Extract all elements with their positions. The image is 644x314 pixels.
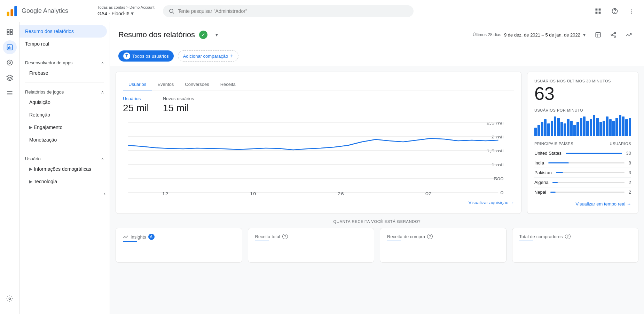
search-input[interactable] xyxy=(178,8,408,14)
date-selector[interactable]: Últimos 28 dias 9 de dez. de 2021 – 5 de… xyxy=(469,30,590,40)
info-icon[interactable]: ? xyxy=(565,234,571,239)
svg-rect-17 xyxy=(10,33,12,35)
tab-usuarios[interactable]: Usuários xyxy=(123,79,152,90)
list-icon xyxy=(6,90,13,97)
nav-settings-btn[interactable] xyxy=(3,292,17,306)
help-icon-btn[interactable] xyxy=(608,4,622,18)
mini-bar-item xyxy=(570,121,573,136)
country-name: Nepal xyxy=(534,190,546,195)
view-realtime-link[interactable]: Visualizar em tempo real → xyxy=(534,201,631,207)
nav-explore-btn[interactable] xyxy=(3,56,17,70)
user-filter-badge[interactable]: T Todos os usuários xyxy=(118,50,174,62)
grid-icon-btn[interactable] xyxy=(591,4,605,18)
sidebar-item-demograficas[interactable]: ▶ Informações demográficas xyxy=(19,163,110,175)
dashboard-grid: Usuários Eventos Conversões Receita Usuá… xyxy=(110,66,644,219)
app-body: Resumo dos relatórios Tempo real Desenvo… xyxy=(0,22,644,314)
mini-bar-item xyxy=(603,121,605,136)
country-row: Nepal 2 xyxy=(534,187,631,197)
help-icon xyxy=(611,8,618,15)
country-row: United States 30 xyxy=(534,148,631,158)
sidebar-item-firebase[interactable]: Firebase xyxy=(19,67,110,79)
section-desenvolvedor[interactable]: Desenvolvedor de apps ∧ xyxy=(19,56,110,67)
sidebar-item-monetizacao[interactable]: Monetização xyxy=(19,134,110,146)
account-name: GA4 - Flood-It! ▾ xyxy=(97,10,155,17)
country-bar-bg xyxy=(556,172,625,173)
sidebar-item-tecnologia[interactable]: ▶ Tecnologia xyxy=(19,175,110,188)
account-breadcrumb: Todas as contas > Demo Account xyxy=(97,5,155,9)
expand-icon-3: ▶ xyxy=(29,179,32,184)
trend-small-icon xyxy=(123,234,128,240)
tab-eventos[interactable]: Eventos xyxy=(152,79,179,90)
country-bar xyxy=(550,192,625,193)
nav-reports-btn[interactable] xyxy=(3,40,17,54)
nav-list-btn[interactable] xyxy=(3,86,17,100)
account-selector[interactable]: Todas as contas > Demo Account GA4 - Flo… xyxy=(95,4,157,18)
country-count: 3 xyxy=(629,170,631,175)
insights-label: Insights xyxy=(131,234,146,240)
chevron-up-icon-3: ∧ xyxy=(101,156,104,161)
svg-point-12 xyxy=(631,10,632,11)
info-icon[interactable]: ? xyxy=(282,234,288,239)
bottom-card-3: Total de compradores ? xyxy=(512,228,639,263)
country-bar-fill xyxy=(548,162,569,163)
sidebar-collapse-btn[interactable]: ‹ xyxy=(19,188,110,199)
bottom-card-underline xyxy=(387,241,401,241)
mini-bar-item xyxy=(534,128,537,136)
realtime-label: USUÁRIOS NOS ÚLTIMOS 30 MINUTOS xyxy=(534,79,631,83)
sidebar-item-engajamento[interactable]: ▶ Engajamento xyxy=(19,121,110,134)
add-comparison-btn[interactable]: Adicionar comparação + xyxy=(178,50,239,62)
svg-rect-16 xyxy=(7,33,9,35)
mini-bar-item xyxy=(547,123,550,136)
svg-text:0: 0 xyxy=(500,191,503,195)
mini-bar-item xyxy=(625,119,628,136)
country-bar-fill xyxy=(556,172,563,173)
country-bar-bg xyxy=(548,162,625,163)
page-title: Resumo dos relatórios xyxy=(118,30,195,39)
nav-home-btn[interactable] xyxy=(3,25,17,39)
nav-advertising-btn[interactable] xyxy=(3,71,17,85)
more-icon-btn[interactable] xyxy=(625,4,638,18)
country-name: Algeria xyxy=(534,180,548,185)
mini-bar-item xyxy=(609,119,612,136)
share-icon xyxy=(610,32,616,38)
insights-trend-btn[interactable] xyxy=(622,28,636,42)
svg-rect-8 xyxy=(599,11,601,14)
svg-point-11 xyxy=(631,8,632,9)
section-usuario[interactable]: Usuário ∧ xyxy=(19,152,110,163)
country-count: 30 xyxy=(626,151,631,156)
mini-bar-item xyxy=(560,122,563,136)
mini-bar-item xyxy=(629,118,631,136)
main-content: Resumo dos relatórios ✓ ▾ Últimos 28 dia… xyxy=(110,22,644,314)
page-title-area: Resumo dos relatórios ✓ ▾ xyxy=(118,30,221,40)
svg-line-4 xyxy=(172,12,173,13)
line-chart-svg: 2,5 mil 2 mil 1,5 mil 1 mil 500 0 xyxy=(123,119,514,196)
country-name: India xyxy=(534,160,544,166)
svg-point-31 xyxy=(614,32,616,34)
tab-conversoes[interactable]: Conversões xyxy=(179,79,214,90)
sidebar-item-retencao[interactable]: Retenção xyxy=(19,108,110,121)
sidebar-item-aquisicao[interactable]: Aquisição xyxy=(19,96,110,108)
section-jogos[interactable]: Relatórios de jogos ∧ xyxy=(19,85,110,96)
view-aquisicao-link[interactable]: Visualizar aquisição → xyxy=(123,200,514,205)
bottom-section-label: QUANTA RECEITA VOCÊ ESTÁ GERANDO? xyxy=(116,219,638,224)
mini-bar-item xyxy=(541,122,543,136)
customize-report-btn[interactable] xyxy=(591,28,605,42)
search-bar[interactable] xyxy=(163,5,414,17)
tab-receita[interactable]: Receita xyxy=(215,79,241,90)
title-dropdown-btn[interactable]: ▾ xyxy=(212,30,221,40)
mini-bar-item xyxy=(544,119,547,136)
insights-badge: 6 xyxy=(148,234,155,240)
svg-point-10 xyxy=(615,12,615,13)
mini-bar-item xyxy=(554,116,556,136)
mini-bar-item xyxy=(551,121,553,136)
metric-novos-label: Novos usuários xyxy=(163,96,194,101)
logo-area: Google Analytics xyxy=(6,5,89,17)
svg-point-23 xyxy=(9,62,10,64)
sidebar-item-resumo[interactable]: Resumo dos relatórios xyxy=(19,25,107,38)
share-btn[interactable] xyxy=(606,28,620,42)
country-bar-bg xyxy=(550,192,625,193)
svg-point-3 xyxy=(169,9,173,13)
mini-bar-item xyxy=(573,125,576,136)
sidebar-item-tempo-real[interactable]: Tempo real xyxy=(19,38,107,50)
info-icon[interactable]: ? xyxy=(427,234,433,239)
